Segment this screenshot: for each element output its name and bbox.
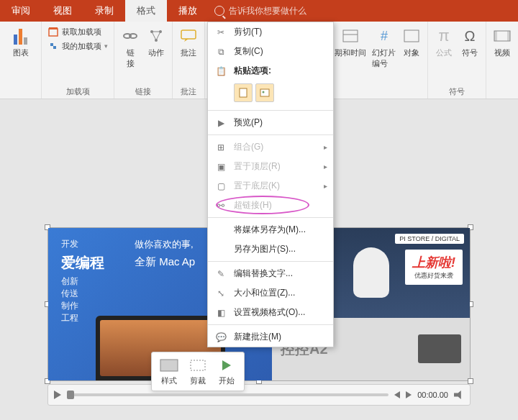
context-menu: ✂剪切(T) ⧉复制(C) 📋粘贴选项: ▶预览(P) ⊞组合(G)▸ ▣置于顶… xyxy=(207,22,334,347)
comment-button[interactable]: 批注 xyxy=(178,26,199,58)
my-addins-button[interactable]: 我的加载项▾ xyxy=(47,40,108,52)
ctx-group: ⊞组合(G)▸ xyxy=(208,137,333,157)
ctx-save-media-as[interactable]: 将媒体另存为(M)... xyxy=(208,220,333,239)
svg-rect-15 xyxy=(494,31,497,41)
seek-thumb[interactable] xyxy=(67,391,74,399)
paste-option-1[interactable] xyxy=(234,83,253,102)
comments-group-label: 批注 xyxy=(181,86,196,97)
ctx-save-as-picture[interactable]: 另存为图片(S)... xyxy=(208,239,333,259)
ctx-size-position[interactable]: ⤡大小和位置(Z)... xyxy=(208,283,333,303)
svg-rect-13 xyxy=(404,30,419,42)
ctx-bring-front: ▣置于顶层(R)▸ xyxy=(208,157,333,176)
svg-rect-10 xyxy=(343,30,358,42)
object-icon xyxy=(401,26,422,46)
next-frame-button[interactable] xyxy=(406,391,412,398)
trim-icon xyxy=(188,357,208,374)
tab-review[interactable]: 审阅 xyxy=(0,0,42,22)
comment-icon xyxy=(178,26,199,46)
svg-rect-16 xyxy=(507,31,510,41)
cut-icon: ✂ xyxy=(215,27,227,38)
clipboard-icon xyxy=(238,88,248,98)
video-start-button[interactable]: 开始 xyxy=(217,357,237,386)
paste-option-2[interactable] xyxy=(255,83,274,102)
play-button[interactable] xyxy=(54,391,61,399)
group-icon: ⊞ xyxy=(215,142,227,153)
tab-view[interactable]: 视图 xyxy=(42,0,83,22)
svg-rect-7 xyxy=(181,30,196,39)
bring-front-icon: ▣ xyxy=(215,161,227,173)
datetime-icon xyxy=(340,26,360,46)
svg-rect-0 xyxy=(49,29,58,36)
video-trim-button[interactable]: 剪裁 xyxy=(188,357,208,386)
ctx-send-back: ▢置于底层(K)▸ xyxy=(208,176,333,196)
play-icon: ▶ xyxy=(215,117,227,129)
time-display: 00:00.00 xyxy=(417,391,448,399)
tab-play[interactable]: 播放 xyxy=(167,0,209,22)
tell-me-search[interactable]: 告诉我你想要做什么 xyxy=(214,5,306,17)
play-icon xyxy=(217,357,237,374)
ctx-preview[interactable]: ▶预览(P) xyxy=(208,113,333,132)
chart-button[interactable]: 图表 xyxy=(11,26,31,58)
hash-icon: # xyxy=(374,26,394,46)
action-button[interactable]: 动作 xyxy=(146,26,166,58)
ctx-cut[interactable]: ✂剪切(T) xyxy=(208,22,333,42)
svg-marker-19 xyxy=(222,360,231,370)
svg-rect-17 xyxy=(160,360,178,371)
svg-rect-18 xyxy=(191,360,205,370)
svg-point-22 xyxy=(263,91,265,93)
object-button[interactable]: 对象 xyxy=(401,26,422,58)
datetime-button[interactable]: 期和时间 xyxy=(335,26,366,58)
symbols-group-label: 符号 xyxy=(449,86,465,97)
tab-record[interactable]: 录制 xyxy=(83,0,125,22)
style-icon xyxy=(159,357,179,374)
copy-icon: ⧉ xyxy=(215,46,227,58)
picture-icon xyxy=(260,88,270,98)
chart-icon xyxy=(14,27,27,45)
get-addins-button[interactable]: 获取加载项 xyxy=(47,26,108,37)
addins-group-label: 加载项 xyxy=(66,86,90,97)
equation-button[interactable]: π 公式 xyxy=(434,26,454,58)
link-icon: ⚯ xyxy=(215,200,227,211)
omega-icon: Ω xyxy=(460,26,480,46)
volume-icon[interactable] xyxy=(454,391,464,399)
format-icon: ◧ xyxy=(215,307,227,319)
search-icon xyxy=(214,6,224,16)
video-player-bar: 00:00.00 xyxy=(47,384,471,406)
links-group-label: 链接 xyxy=(135,86,151,97)
ctx-format-video[interactable]: ◧设置视频格式(O)... xyxy=(208,303,333,322)
svg-rect-1 xyxy=(49,27,58,29)
comment-icon: 💬 xyxy=(215,332,227,343)
send-back-icon: ▢ xyxy=(215,181,227,192)
slide-number-button[interactable]: # 幻灯片 编号 xyxy=(372,26,396,69)
seek-track[interactable] xyxy=(67,393,388,396)
video-mini-toolbar: 样式 剪裁 开始 xyxy=(151,352,245,391)
ctx-new-comment[interactable]: 💬新建批注(M) xyxy=(208,327,333,347)
video-button[interactable]: 视频 xyxy=(492,26,512,58)
svg-rect-21 xyxy=(260,89,269,96)
search-placeholder: 告诉我你想要做什么 xyxy=(229,5,306,17)
video-icon xyxy=(492,26,512,46)
symbol-button[interactable]: Ω 符号 xyxy=(460,26,480,58)
alt-text-icon: ✎ xyxy=(215,268,227,280)
size-icon: ⤡ xyxy=(215,288,227,299)
store-icon xyxy=(47,26,59,37)
resize-handle[interactable] xyxy=(468,378,473,384)
ctx-paste-options-label: 📋粘贴选项: xyxy=(208,61,333,81)
pi-icon: π xyxy=(434,26,454,46)
action-icon xyxy=(146,26,166,46)
prev-frame-button[interactable] xyxy=(394,391,400,398)
ctx-hyperlink: ⚯超链接(H) xyxy=(208,196,333,215)
tab-format[interactable]: 格式 xyxy=(125,0,167,22)
paste-icon: 📋 xyxy=(215,65,227,77)
menu-tabbar: 审阅 视图 录制 格式 播放 告诉我你想要做什么 xyxy=(0,0,518,22)
link-icon xyxy=(120,26,140,46)
svg-text:#: # xyxy=(380,29,387,43)
addins-icon xyxy=(47,40,59,52)
ctx-copy[interactable]: ⧉复制(C) xyxy=(208,42,333,61)
video-style-button[interactable]: 样式 xyxy=(159,357,179,386)
link-button[interactable]: 链接 xyxy=(120,26,140,69)
svg-rect-20 xyxy=(240,88,247,97)
ctx-edit-alt-text[interactable]: ✎编辑替换文字... xyxy=(208,264,333,283)
